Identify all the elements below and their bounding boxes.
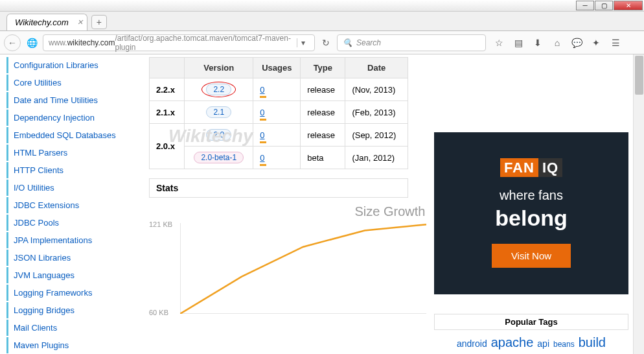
sidebar-item[interactable]: JSON Libraries: [6, 250, 123, 266]
globe-icon[interactable]: 🌐: [23, 34, 40, 51]
reload-button[interactable]: ↻: [317, 34, 334, 51]
sidebar-item[interactable]: Logging Frameworks: [6, 285, 123, 301]
ad-banner[interactable]: FANIQ where fans belong Visit Now: [434, 132, 628, 294]
versions-table: Version Usages Type Date 2.2.x2.20releas…: [149, 57, 408, 169]
sidebar-item[interactable]: JDBC Extensions: [6, 197, 123, 213]
chart-line-svg: [180, 223, 426, 314]
maximize-button[interactable]: ▢: [595, 1, 613, 10]
usages-link[interactable]: 0: [260, 130, 264, 140]
extension-icon[interactable]: ✦: [588, 35, 604, 51]
tag-link[interactable]: build: [579, 335, 606, 349]
version-link[interactable]: 2.0-beta-1: [194, 152, 244, 163]
category-sidebar: Configuration LibrariesCore UtilitiesDat…: [0, 54, 123, 354]
main-content: Wikitechy Version Usages Type Date 2.2.x…: [123, 54, 644, 354]
reading-list-icon[interactable]: ▤: [511, 35, 526, 51]
sidebar-item[interactable]: Configuration Libraries: [6, 57, 123, 73]
sidebar-item[interactable]: Dependency Injection: [6, 110, 123, 126]
stats-header: Stats: [149, 178, 408, 198]
table-row: 2.1.x2.10release(Feb, 2013): [150, 101, 408, 124]
sidebar-item[interactable]: I/O Utilities: [6, 180, 123, 196]
close-tab-icon[interactable]: ✕: [77, 18, 83, 27]
sidebar-item[interactable]: JPA Implementations: [6, 232, 123, 248]
sidebar-item[interactable]: JDBC Pools: [6, 215, 123, 231]
version-group: 2.1.x: [150, 101, 185, 124]
downloads-icon[interactable]: ⬇: [530, 35, 546, 51]
close-button[interactable]: ✕: [614, 1, 643, 10]
sidebar-item[interactable]: Mail Clients: [6, 320, 123, 336]
sidebar-item[interactable]: Maven Plugins: [6, 337, 123, 353]
version-link[interactable]: 2.0: [206, 129, 231, 141]
sidebar-item[interactable]: Embedded SQL Databases: [6, 127, 123, 143]
tab-title: Wikitechy.com: [15, 18, 69, 27]
tags-cloud: androidapacheapibeansbuild: [434, 330, 628, 354]
type-cell: release: [301, 78, 345, 101]
sidebar-item[interactable]: HTML Parsers: [6, 145, 123, 161]
browser-tab[interactable]: Wikitechy.com ✕: [6, 14, 87, 30]
col-date: Date: [345, 58, 408, 78]
sidebar-item[interactable]: HTTP Clients: [6, 162, 123, 178]
ad-logo: FANIQ: [500, 159, 562, 176]
version-link[interactable]: 2.2: [206, 84, 231, 95]
sidebar-item[interactable]: Date and Time Utilities: [6, 92, 123, 108]
tag-link[interactable]: apache: [491, 335, 534, 349]
drop-marker-icon[interactable]: ▾: [297, 38, 309, 47]
col-usages: Usages: [253, 58, 301, 78]
usages-link[interactable]: 0: [260, 85, 264, 95]
search-input[interactable]: 🔍 Search: [337, 34, 486, 51]
version-link[interactable]: 2.1: [206, 106, 231, 118]
tag-link[interactable]: api: [537, 338, 549, 349]
sidebar-item[interactable]: Core Utilities: [6, 75, 123, 91]
y-tick-low: 60 KB: [149, 309, 168, 316]
bookmark-star-icon[interactable]: ☆: [491, 35, 507, 51]
col-type: Type: [301, 58, 345, 78]
date-cell: (Sep, 2012): [345, 124, 408, 147]
table-row: 2.0.x2.00release(Sep, 2012): [150, 124, 408, 147]
tag-link[interactable]: android: [457, 338, 487, 349]
date-cell: (Nov, 2013): [345, 78, 408, 101]
navigation-bar: ← 🌐 www.wikitechy.com/artifact/org.apach…: [0, 31, 644, 54]
url-input[interactable]: www.wikitechy.com/artifact/org.apache.to…: [43, 34, 315, 51]
sidebar-item[interactable]: Logging Bridges: [6, 302, 123, 318]
chat-icon[interactable]: 💬: [569, 35, 584, 51]
date-cell: (Jan, 2012): [345, 147, 408, 169]
minimize-button[interactable]: ─: [576, 1, 594, 10]
tab-bar: Wikitechy.com ✕ +: [0, 12, 644, 31]
version-group: 2.0.x: [150, 124, 185, 169]
back-button[interactable]: ←: [4, 34, 21, 51]
page-content: Configuration LibrariesCore UtilitiesDat…: [0, 54, 644, 354]
date-cell: (Feb, 2013): [345, 101, 408, 124]
window-titlebar: ─ ▢ ✕: [0, 0, 644, 12]
sidebar-item[interactable]: JVM Languages: [6, 267, 123, 283]
type-cell: release: [301, 124, 345, 147]
ad-text-2: belong: [495, 206, 567, 231]
type-cell: beta: [301, 147, 345, 169]
table-row: 2.2.x2.20release(Nov, 2013): [150, 78, 408, 101]
col-version: Version: [185, 58, 253, 78]
usages-link[interactable]: 0: [260, 153, 264, 163]
search-icon: 🔍: [343, 38, 352, 47]
ad-text-1: where fans: [500, 188, 563, 203]
y-tick-high: 121 KB: [149, 220, 172, 228]
home-icon[interactable]: ⌂: [549, 35, 565, 51]
menu-icon[interactable]: ☰: [608, 35, 623, 51]
table-row: 2.0-beta-10beta(Jan, 2012): [150, 147, 408, 169]
version-group: 2.2.x: [150, 78, 185, 101]
ad-cta-button[interactable]: Visit Now: [492, 244, 571, 268]
usages-link[interactable]: 0: [260, 108, 264, 117]
popular-tags-box: Popular Tags androidapacheapibeansbuild: [434, 314, 628, 354]
vertical-scrollbar[interactable]: [633, 54, 644, 354]
tag-link[interactable]: beans: [553, 340, 575, 349]
tags-header: Popular Tags: [434, 314, 628, 330]
new-tab-button[interactable]: +: [91, 15, 107, 29]
type-cell: release: [301, 101, 345, 124]
